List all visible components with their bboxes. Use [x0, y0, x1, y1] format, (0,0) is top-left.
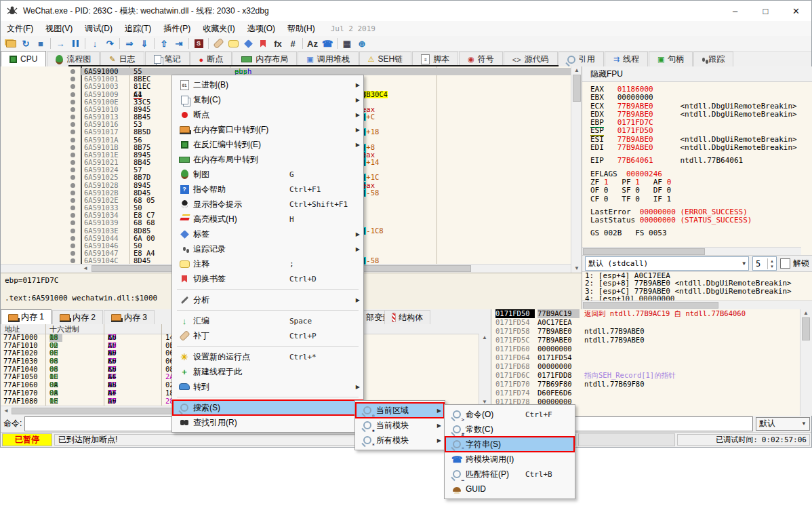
- menu-帮助(H)[interactable]: 帮助(H): [281, 21, 321, 36]
- scroll-thumb[interactable]: [583, 248, 705, 255]
- scroll-thumb[interactable]: [583, 302, 718, 309]
- breakpoint-dot-icon[interactable]: [70, 236, 75, 241]
- tab-内存 2[interactable]: 内存 2: [52, 310, 103, 324]
- menu-追踪(T)[interactable]: 追踪(T): [119, 21, 157, 36]
- stack-vscrollbar[interactable]: ▲: [800, 309, 812, 416]
- breakpoint-dot-icon[interactable]: [70, 115, 75, 119]
- breakpoint-dot-icon[interactable]: [70, 100, 75, 104]
- tab-内存布局[interactable]: 内存布局: [232, 52, 297, 66]
- breakpoint-dot-icon[interactable]: [70, 160, 75, 165]
- tab-句柄[interactable]: ▣句柄: [649, 52, 693, 66]
- menu-文件(F)[interactable]: 文件(F): [1, 21, 39, 36]
- scroll-left-icon[interactable]: ◄: [81, 265, 89, 272]
- menu-item-注释[interactable]: 注释;: [173, 256, 363, 271]
- menu-item-当前区域[interactable]: 当前区域▶: [356, 403, 444, 418]
- menu-item-二进制(B)[interactable]: 01二进制(B)▶: [173, 77, 363, 92]
- breakpoint-dot-icon[interactable]: [70, 130, 75, 134]
- dump-vscrollbar[interactable]: ▲ ▼: [479, 334, 491, 406]
- tab-内存 3[interactable]: 内存 3: [104, 310, 155, 324]
- stack-row[interactable]: 0171FD6000000000: [491, 345, 812, 353]
- breakpoint-dot-icon[interactable]: [70, 69, 75, 74]
- stack-row[interactable]: 0171FD640171FD54: [491, 353, 812, 362]
- tab-CPU[interactable]: CPU: [1, 51, 46, 66]
- stack-row[interactable]: 0171FD5877B9ABE0ntdll.77B9ABE0: [491, 327, 812, 336]
- maximize-button[interactable]: □: [750, 1, 781, 21]
- menu-item-查找引用(R)[interactable]: 查找引用(R)▶: [173, 415, 363, 430]
- menu-item-追踪记录[interactable]: 追踪记录▶: [173, 241, 363, 256]
- stack-row[interactable]: 0171FD5C77B9ABE0ntdll.77B9ABE0: [491, 336, 812, 345]
- register-line[interactable]: EDI 77B9ABE0 <ntdll.DbgUiRemoteBreakin>: [590, 144, 811, 152]
- scroll-up-icon[interactable]: ▲: [802, 310, 810, 317]
- menu-item-断点[interactable]: 断点▶: [173, 107, 363, 122]
- stack-pane[interactable]: 0171FD5077B9AC19返回到 ntdll.77B9AC19 自 ntd…: [491, 309, 812, 416]
- menu-item-转到[interactable]: 转到▶: [173, 379, 363, 394]
- restart-icon[interactable]: ↻: [18, 37, 33, 50]
- breakpoint-dot-icon[interactable]: [70, 175, 75, 180]
- register-line[interactable]: EIP 77B64061 ntdll.77B64061: [590, 157, 811, 165]
- step-out-icon[interactable]: ⇓: [137, 37, 152, 50]
- run-icon[interactable]: →: [53, 37, 68, 50]
- tab-符号[interactable]: ◉符号: [459, 52, 503, 66]
- arguments-list[interactable]: 1: [esp+4] A0C17EEA2: [esp+8] 77B9ABE0 <…: [582, 271, 812, 301]
- menu-插件(P)[interactable]: 插件(P): [157, 21, 197, 36]
- tab-内存 1[interactable]: 内存 1: [1, 309, 52, 324]
- argument-count-stepper[interactable]: 5 ▲▼: [752, 256, 777, 271]
- breakpoint-dot-icon[interactable]: [70, 213, 75, 218]
- tab-断点[interactable]: ●断点: [190, 52, 232, 66]
- tab-流程图[interactable]: 流程图: [47, 52, 100, 66]
- menu-item-GUID[interactable]: GUID: [445, 482, 574, 496]
- menu-item-标签[interactable]: 标签▶: [173, 227, 363, 241]
- step-into-icon[interactable]: ↓: [87, 37, 102, 50]
- execute-till-return-icon[interactable]: ⇒: [122, 37, 137, 50]
- unlock-checkbox[interactable]: 解锁: [780, 258, 809, 269]
- menu-item-所有模块[interactable]: 所有模块▶: [356, 433, 444, 448]
- menu-item-在内存布局中转到[interactable]: 在内存布局中转到: [173, 152, 363, 167]
- tab-引用[interactable]: 引用: [559, 52, 604, 66]
- bookmarks-icon[interactable]: [256, 37, 270, 50]
- menu-item-命令(O)[interactable]: 命令(O)Ctrl+F: [445, 407, 574, 422]
- tab-线程[interactable]: ⇉线程: [605, 52, 648, 66]
- breakpoint-dot-icon[interactable]: [70, 251, 75, 256]
- menu-item-搜索(S)[interactable]: 搜索(S)▶: [173, 400, 363, 415]
- breakpoint-dot-icon[interactable]: [70, 206, 75, 210]
- skip-exception-icon[interactable]: ⇥: [171, 37, 186, 50]
- stack-row[interactable]: 0171FD6C0171FDD8指向SEH_Record[1]的指针: [491, 371, 812, 380]
- function-icon[interactable]: fx: [270, 37, 285, 50]
- scroll-up-icon[interactable]: ▲: [481, 334, 489, 341]
- menu-item-切换书签[interactable]: 切换书签Ctrl+D: [173, 271, 363, 286]
- breakpoint-dot-icon[interactable]: [70, 183, 75, 188]
- checkbox-icon[interactable]: [780, 258, 790, 269]
- stack-row[interactable]: 0171FD54A0C17EEA: [491, 318, 812, 327]
- close-button[interactable]: ✕: [781, 1, 811, 21]
- tab-SEH链[interactable]: ⚠SEH链: [359, 52, 412, 66]
- modcall-icon[interactable]: ☎: [320, 37, 335, 50]
- hash-icon[interactable]: #: [285, 37, 300, 50]
- breakpoint-dot-icon[interactable]: [70, 153, 75, 157]
- breakpoint-dot-icon[interactable]: [70, 145, 75, 150]
- pause-icon[interactable]: [68, 37, 83, 50]
- stack-row[interactable]: 0171FD6800000000: [491, 362, 812, 371]
- stack-row[interactable]: 0171FD74D60FE6D6: [491, 389, 812, 397]
- tab-源代码[interactable]: <>源代码: [504, 52, 558, 66]
- breakpoint-dot-icon[interactable]: [70, 107, 75, 112]
- disasm-vscrollbar[interactable]: ▲ ▼: [571, 66, 582, 273]
- slog-icon[interactable]: S: [191, 37, 206, 50]
- menu-item-在反汇编中转到(E)[interactable]: 在反汇编中转到(E)▶: [173, 137, 363, 152]
- menu-item-当前模块[interactable]: 当前模块▶: [356, 418, 444, 433]
- menu-item-指令帮助[interactable]: ?指令帮助Ctrl+F1: [173, 182, 363, 197]
- breakpoint-dot-icon[interactable]: [70, 220, 75, 225]
- hide-fpu-button[interactable]: 隐藏FPU: [582, 66, 812, 82]
- tab-调用堆栈[interactable]: ▣调用堆栈: [298, 52, 358, 66]
- breakpoint-dot-icon[interactable]: [70, 243, 75, 248]
- breakpoint-dot-icon[interactable]: [70, 198, 75, 203]
- menu-选项(O)[interactable]: 选项(O): [241, 21, 281, 36]
- labels-icon[interactable]: [241, 37, 256, 50]
- scroll-down-icon[interactable]: ▼: [573, 265, 581, 272]
- open-folder-icon[interactable]: [3, 37, 18, 50]
- menu-item-设置新的运行点[interactable]: ✳设置新的运行点Ctrl+*: [173, 349, 363, 364]
- step-over-icon[interactable]: ↷: [102, 37, 117, 50]
- menu-item-跨模块调用(I)[interactable]: ☎跨模块调用(I): [445, 452, 574, 467]
- scroll-thumb[interactable]: [573, 75, 581, 102]
- menu-item-匹配特征(P)[interactable]: 匹配特征(P)Ctrl+B: [445, 467, 574, 482]
- menu-item-在内存窗口中转到(F)[interactable]: 在内存窗口中转到(F)▶: [173, 122, 363, 137]
